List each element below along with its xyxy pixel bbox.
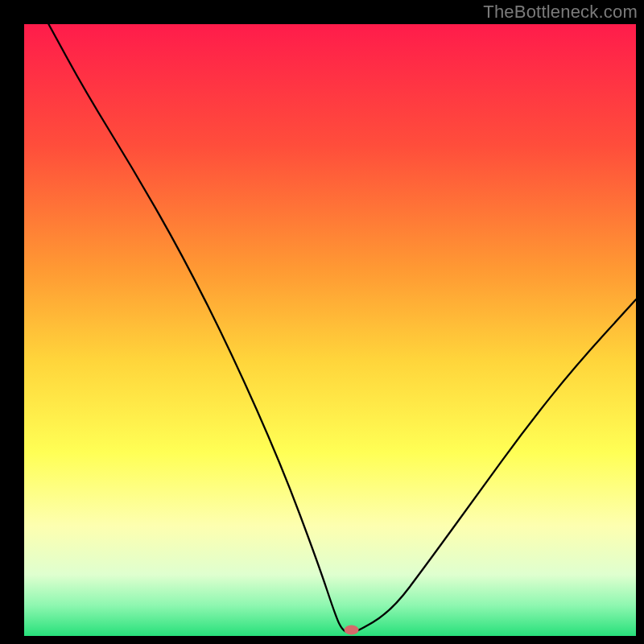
- bottleneck-chart: [0, 0, 644, 644]
- optimal-marker: [345, 625, 359, 634]
- plot-background: [24, 24, 636, 636]
- chart-frame: TheBottleneck.com: [0, 0, 644, 644]
- watermark-text: TheBottleneck.com: [483, 2, 638, 23]
